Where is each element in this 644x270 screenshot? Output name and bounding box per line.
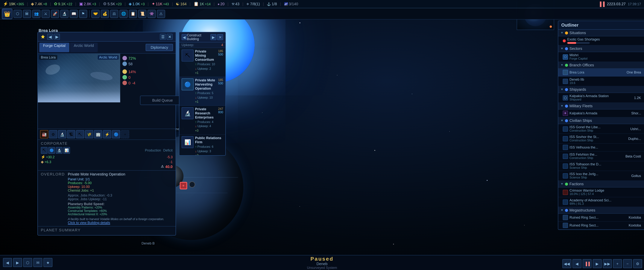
building-view-link[interactable]: Click to view Building details: [68, 221, 172, 225]
btn-go-prev[interactable]: ◀: [3, 258, 12, 267]
outliner-section-branch-offices[interactable]: ▼ Branch Offices: [558, 62, 644, 69]
btn-zoom-in[interactable]: +: [613, 259, 622, 268]
nav-btn-policies[interactable]: 📋: [129, 10, 137, 18]
outliner-item-iss-tolhaoon[interactable]: ISS Tolhaoon the D... Science Ship: [558, 161, 644, 171]
building-img-2: 🔬: [182, 107, 194, 119]
outliner-item-iss-velhuuva[interactable]: ISS Velhuuva the...: [558, 144, 644, 152]
outliner-section-sectors[interactable]: ▼ Sectors: [558, 45, 644, 52]
nav-btn-5[interactable]: 🚀: [51, 10, 59, 18]
corp-building-1[interactable]: ⛏: [41, 147, 48, 154]
building-icon-1[interactable]: ⚙: [49, 130, 57, 138]
fleet-marker-red[interactable]: ✈: [180, 182, 187, 189]
nav-btn-4[interactable]: ⚔: [42, 10, 50, 18]
building-icon-6[interactable]: 🏢: [94, 130, 102, 138]
panel-list-btn[interactable]: ☰: [160, 34, 166, 40]
nav-btn-8[interactable]: ⚑: [79, 10, 87, 18]
building-icon-0[interactable]: 🏭: [40, 130, 48, 138]
speed-prev[interactable]: ◀: [572, 259, 582, 268]
tab-arctic-world[interactable]: Arctic World: [70, 43, 98, 52]
outliner-item-mishri[interactable]: ⬡ Mishri Forge Capitol: [558, 52, 644, 62]
nav-btn-factions[interactable]: ⚖: [110, 10, 118, 18]
speed-rewind[interactable]: ◀◀: [562, 259, 571, 268]
building-icon-5[interactable]: 🌾: [85, 130, 93, 138]
nav-btn-situations[interactable]: ⚠: [157, 10, 165, 18]
happiness-stat-icon: [122, 69, 127, 74]
construct-nav-next[interactable]: ▶: [210, 34, 216, 40]
tab-forge-capital[interactable]: Forge Capital: [39, 43, 69, 52]
outliner-item-academy[interactable]: Academy of Advanced Sci... 99% | 91.3: [558, 197, 644, 207]
building-item-1[interactable]: 🔵 Private Mote Harvesting Operation ↑ Pr…: [179, 77, 226, 106]
building-item-0[interactable]: ⛏ Private Mining Consortium ↑ Produces: …: [179, 48, 226, 77]
fleet-marker-neutral[interactable]: [189, 182, 195, 188]
resource-naval: ⚓ 1/8: [267, 2, 277, 6]
outliner-item-iss-gonel[interactable]: ISS Gonel the Libe... Construction Ship …: [558, 124, 644, 134]
panel-next-btn[interactable]: ▶: [54, 34, 60, 40]
speed-next[interactable]: ▶: [593, 259, 602, 268]
outliner-section-factions[interactable]: ▼ Factions: [558, 181, 644, 188]
nav-btn-2[interactable]: 🏛: [23, 10, 31, 18]
nav-btn-diplomacy[interactable]: 🤝: [91, 10, 100, 18]
outliner-item-brea-lora[interactable]: Brea Lora One Brea: [558, 69, 644, 76]
iss-gonel-value: Ushri...: [630, 127, 641, 131]
outliner-section-military-fleets[interactable]: ▼ Military Fleets: [558, 103, 644, 109]
iss-fetvhion-sub: Construction Ship: [570, 156, 624, 160]
building-item-3[interactable]: 📊 Public Relations Firm ↑ Produces: 6 ↓ …: [179, 135, 226, 156]
btn-star[interactable]: ★: [44, 258, 52, 267]
btn-notify[interactable]: ✉: [33, 258, 42, 267]
building-stats-2: ↑ Produces: 4 ↓ Upkeep: 4 +3: [195, 120, 216, 133]
building-icon-3[interactable]: 🏗: [67, 130, 75, 138]
construct-close-btn[interactable]: ✕: [217, 34, 223, 40]
outliner-item-deneb-iib[interactable]: Deneb IIb 19.6: [558, 76, 644, 86]
speed-fast-forward[interactable]: ▶▶: [603, 259, 612, 268]
empire-portrait[interactable]: 👑: [2, 9, 12, 19]
ring-1-value: Koxtoba: [629, 216, 641, 219]
panel-close-btn[interactable]: ✕: [166, 34, 172, 40]
nav-btn-sectors[interactable]: 🌐: [120, 10, 128, 18]
nav-btn-7[interactable]: 📖: [70, 10, 78, 18]
outliner-item-iss-ixxx[interactable]: ISS Ixxx the Jxrlg... Science Ship Goltu…: [558, 171, 644, 181]
nav-btn-6[interactable]: 🔬: [60, 10, 68, 18]
building-icon-9[interactable]: +: [121, 130, 129, 138]
outliner-item-gas-shortages[interactable]: Exotic Gas Shortages: [558, 36, 644, 45]
speed-pause-btn[interactable]: ▐▐: [582, 259, 592, 268]
outliner-item-kalpakia-fleet[interactable]: ✈ Kalpakia's Armada Shor...: [558, 109, 644, 117]
diplomacy-button[interactable]: Diplomacy: [146, 44, 173, 51]
colony-image: Brea Lora Arctic World: [38, 54, 120, 102]
building-item-2[interactable]: 🔬 Private Research Enterprises ↑ Produce…: [179, 106, 226, 135]
planet-summary-label[interactable]: Planet Summary: [41, 228, 81, 232]
outliner-item-kalpakia-station[interactable]: ⬡ Kalpakia's Armada Station Shipyard 1.2…: [558, 93, 644, 103]
outliner-item-ring-2[interactable]: Ruined Ring Sect... Koxtoba: [558, 222, 644, 229]
outliner-item-ring-1[interactable]: Ruined Ring Sect... Koxtoba: [558, 214, 644, 222]
corp-building-4[interactable]: 📊: [63, 147, 70, 154]
nav-btn-species[interactable]: 👾: [148, 10, 156, 18]
outliner-section-situations[interactable]: ▼ Situations: [558, 30, 644, 36]
building-icon-2[interactable]: 🔬: [58, 130, 66, 138]
outliner-section-civilian-ships[interactable]: ▼ Civilian Ships: [558, 117, 644, 124]
btn-globe[interactable]: ⬡: [23, 258, 32, 267]
btn-go-next[interactable]: ▶: [13, 258, 22, 267]
consumer-value: 2.8K: [84, 2, 91, 6]
deficit-0-val: -5.3: [167, 155, 172, 159]
panel-prev-btn[interactable]: ◀: [47, 34, 53, 40]
outliner-item-iss-fetvhion[interactable]: ISS Fetvhion the... Construction Ship Be…: [558, 152, 644, 161]
outliner-item-crimson-warrior[interactable]: Crimson Warrior Lodge 18.0% | 125 | 57.4: [558, 188, 644, 197]
btn-zoom-out[interactable]: −: [623, 259, 632, 268]
crimson-warrior-icon: [563, 190, 568, 195]
nav-btn-1[interactable]: ⬡: [14, 10, 22, 18]
outliner-section-shipyards[interactable]: ▼ Shipyards: [558, 86, 644, 93]
btn-settings[interactable]: ⚙: [633, 259, 642, 268]
building-icon-8[interactable]: 🔵: [112, 130, 120, 138]
jobs-icon: ⚒: [232, 2, 234, 6]
corp-building-3[interactable]: 🔬: [56, 147, 62, 154]
outliner-item-iss-sovhor[interactable]: ISS Sovhor the St... Construction Ship D…: [558, 134, 644, 144]
prod-row-0: ⚡ +30.2 -5.3: [41, 155, 172, 159]
nav-btn-3[interactable]: 👥: [32, 10, 40, 18]
corp-building-2[interactable]: 🔵: [48, 147, 55, 154]
outliner-section-megastructures[interactable]: ▼ Megastructures: [558, 207, 644, 214]
building-produces: Produces: -5.00: [68, 181, 172, 185]
building-icon-7[interactable]: ⚡: [103, 130, 111, 138]
building-icon-4[interactable]: ⛏: [76, 130, 84, 138]
nav-btn-economy[interactable]: 💰: [101, 10, 109, 18]
nav-btn-edicts[interactable]: 📜: [138, 10, 146, 18]
construct-nav-prev[interactable]: ◀: [182, 34, 187, 40]
